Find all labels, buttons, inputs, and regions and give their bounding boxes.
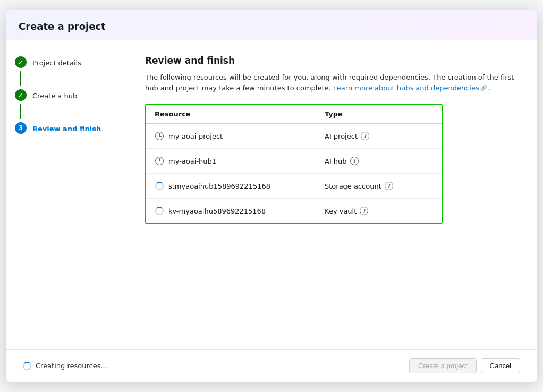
learn-more-link[interactable]: Learn more about hubs and dependencies 🔗 bbox=[333, 83, 487, 93]
table-row: my-aoai-project AI project i bbox=[146, 124, 442, 149]
step1-label: Project details bbox=[32, 58, 81, 67]
resource-name-1: my-aoai-project bbox=[168, 132, 223, 140]
resource-table: Resource Type my-aoai-project AI project… bbox=[145, 104, 443, 224]
dialog-title: Create a project bbox=[6, 10, 537, 40]
info-icon-3[interactable]: i bbox=[385, 182, 393, 190]
footer-left: Creating resources... bbox=[23, 362, 107, 370]
sidebar: ✓ Project details ✓ Create a hub bbox=[6, 40, 128, 349]
col-resource-header: Resource bbox=[155, 110, 325, 118]
create-project-dialog: Create a project ✓ Project details bbox=[6, 10, 537, 382]
step1-icon: ✓ bbox=[15, 56, 27, 68]
step-project-details: ✓ Project details bbox=[14, 53, 119, 71]
table-row: my-aoai-hub1 AI hub i bbox=[146, 149, 442, 174]
resource-cell-1: my-aoai-project bbox=[155, 131, 325, 141]
step-create-hub: ✓ Create a hub bbox=[14, 86, 119, 104]
step2-icon: ✓ bbox=[15, 89, 27, 101]
type-cell-2: AI hub i bbox=[325, 157, 433, 165]
main-content: Review and finish The following resource… bbox=[128, 40, 537, 349]
spinner-icon-1 bbox=[155, 181, 164, 191]
section-title: Review and finish bbox=[145, 55, 520, 66]
external-link-icon: 🔗 bbox=[480, 84, 487, 92]
step-review-finish: 3 Review and finish bbox=[14, 119, 119, 137]
clock-icon-2 bbox=[155, 156, 164, 166]
clock-icon-1 bbox=[155, 131, 164, 141]
type-label-3: Storage account bbox=[325, 182, 381, 190]
resource-name-4: kv-myaoaihu589692215168 bbox=[168, 207, 266, 215]
type-label-1: AI project bbox=[325, 132, 358, 140]
step3-label: Review and finish bbox=[32, 124, 101, 133]
step3-icon: 3 bbox=[15, 122, 27, 134]
type-cell-1: AI project i bbox=[325, 132, 433, 140]
dialog-body: ✓ Project details ✓ Create a hub bbox=[6, 40, 537, 349]
info-icon-1[interactable]: i bbox=[361, 132, 369, 140]
step-line-2 bbox=[20, 104, 21, 119]
resource-cell-4: kv-myaoaihu589692215168 bbox=[155, 206, 325, 216]
info-icon-4[interactable]: i bbox=[360, 207, 368, 215]
footer-spinner-icon bbox=[23, 362, 31, 370]
type-cell-4: Key vault i bbox=[325, 207, 433, 215]
description: The following resources will be created … bbox=[145, 72, 520, 93]
table-header: Resource Type bbox=[146, 105, 442, 124]
footer: Creating resources... Create a project C… bbox=[6, 349, 537, 382]
step2-label: Create a hub bbox=[32, 91, 77, 100]
step-line-1 bbox=[20, 71, 21, 86]
type-label-4: Key vault bbox=[325, 207, 357, 215]
resource-cell-3: stmyaoaihub1589692215168 bbox=[155, 181, 325, 191]
type-cell-3: Storage account i bbox=[325, 182, 433, 190]
creating-status: Creating resources... bbox=[36, 362, 107, 370]
resource-name-2: my-aoai-hub1 bbox=[168, 157, 216, 165]
cancel-button[interactable]: Cancel bbox=[481, 358, 520, 373]
create-project-button[interactable]: Create a project bbox=[409, 358, 477, 373]
resource-name-3: stmyaoaihub1589692215168 bbox=[168, 182, 270, 190]
resource-cell-2: my-aoai-hub1 bbox=[155, 156, 325, 166]
info-icon-2[interactable]: i bbox=[350, 157, 359, 165]
type-label-2: AI hub bbox=[325, 157, 347, 165]
spinner-icon-2 bbox=[155, 206, 164, 216]
col-type-header: Type bbox=[325, 110, 433, 118]
table-row: kv-myaoaihu589692215168 Key vault i bbox=[146, 199, 442, 223]
table-row: stmyaoaihub1589692215168 Storage account… bbox=[146, 174, 442, 199]
footer-right: Create a project Cancel bbox=[409, 358, 520, 373]
